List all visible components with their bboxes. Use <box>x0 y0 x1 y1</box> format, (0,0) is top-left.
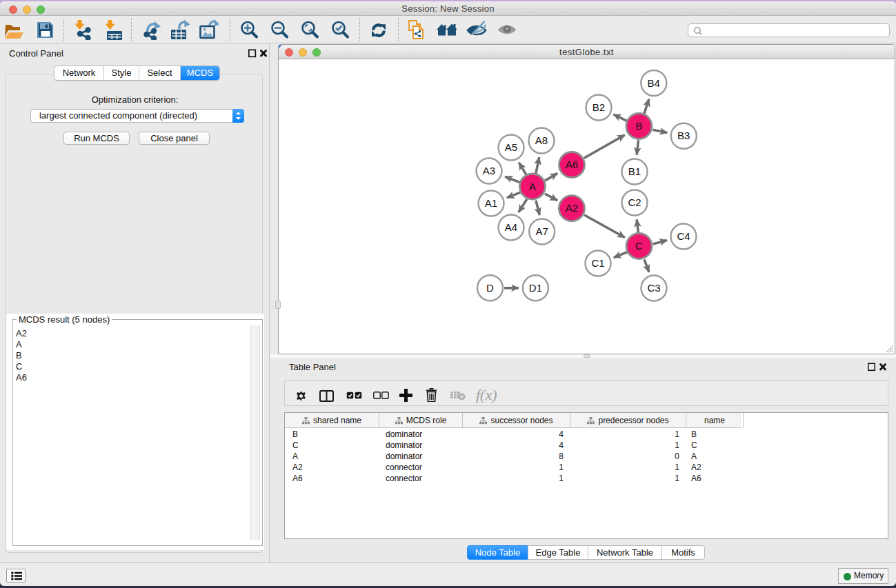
svg-text:B4: B4 <box>648 77 660 89</box>
svg-text:C: C <box>635 240 643 252</box>
svg-text:B1: B1 <box>628 165 641 177</box>
svg-text:D: D <box>486 282 494 294</box>
svg-text:A2: A2 <box>566 202 578 214</box>
svg-text:A3: A3 <box>483 165 495 176</box>
svg-text:C1: C1 <box>591 257 604 269</box>
svg-text:A: A <box>529 181 536 192</box>
svg-text:B: B <box>635 120 642 132</box>
svg-text:A7: A7 <box>536 225 548 237</box>
svg-text:A8: A8 <box>535 134 548 146</box>
svg-text:A4: A4 <box>505 221 517 233</box>
svg-text:B3: B3 <box>677 130 690 141</box>
svg-text:A1: A1 <box>485 197 497 209</box>
svg-text:C2: C2 <box>628 196 641 208</box>
svg-text:A5: A5 <box>505 141 517 153</box>
svg-text:B2: B2 <box>593 101 605 113</box>
svg-text:C4: C4 <box>677 230 690 242</box>
svg-text:D1: D1 <box>529 282 542 294</box>
svg-text:A6: A6 <box>566 159 578 170</box>
svg-text:C3: C3 <box>647 282 660 294</box>
